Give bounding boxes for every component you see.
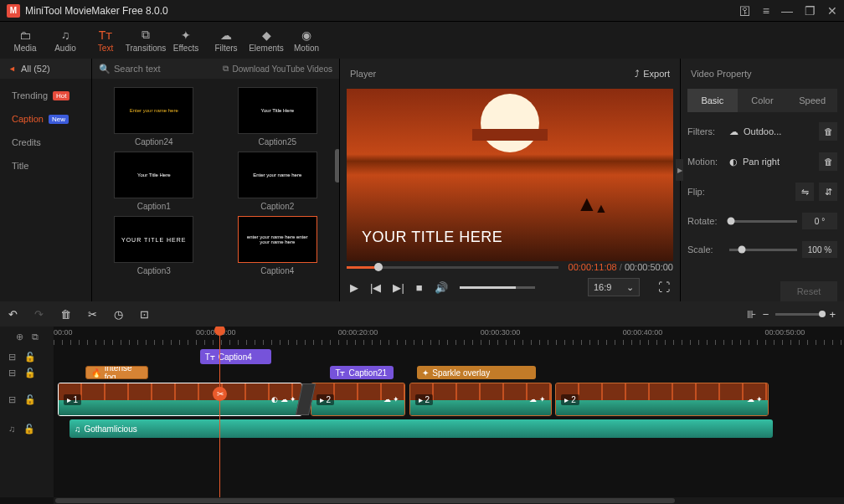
folder-icon: 🗀: [19, 28, 31, 42]
clip-intense-fog[interactable]: 🔥Intense fog: [85, 366, 149, 379]
tab-media[interactable]: 🗀Media: [5, 22, 45, 59]
scale-label: Scale:: [687, 244, 724, 255]
minimize-button[interactable]: —: [781, 4, 793, 18]
app-logo: M: [7, 4, 20, 18]
export-button[interactable]: ⤴Export: [635, 69, 670, 79]
filters-label: Filters:: [687, 126, 724, 136]
next-frame-button[interactable]: ▶|: [393, 281, 404, 294]
zoom-in-button[interactable]: +: [829, 308, 836, 321]
timeline: ↶ ↷ 🗑 ✂ ◷ ⊡ ⊪ − + ⊕⧉ ⊟🔓 ⊟🔓 ⊟🔓 ♫🔓 00:00 0…: [0, 301, 844, 504]
download-icon: ⧉: [223, 64, 229, 74]
fullscreen-button[interactable]: ⛶: [658, 280, 670, 294]
category-trending[interactable]: TrendingHot: [0, 84, 91, 107]
flip-vertical-button[interactable]: ⇵: [819, 183, 837, 201]
aspect-ratio-select[interactable]: 16:9⌄: [588, 278, 640, 296]
clip-video-4[interactable]: ▸ 2☁ ✦: [555, 383, 769, 416]
delete-button[interactable]: 🗑: [60, 308, 71, 321]
tab-effects[interactable]: ✦Effects: [166, 22, 206, 59]
motion-delete-button[interactable]: 🗑: [819, 152, 837, 171]
video-icon: ▸: [564, 395, 569, 404]
browser-scrollbar[interactable]: [335, 149, 339, 183]
video-icon: ▸: [419, 395, 423, 404]
track1-lock-icon[interactable]: 🔓: [24, 352, 36, 363]
thumb-caption4[interactable]: enter your name here enter your name her…: [223, 216, 333, 275]
audio-track-lock-icon[interactable]: 🔓: [23, 424, 35, 435]
undo-button[interactable]: ↶: [8, 308, 18, 321]
tab-elements[interactable]: ◆Elements: [246, 22, 286, 59]
category-credits[interactable]: Credits: [0, 131, 91, 154]
thumb-caption2[interactable]: Enter your name hereCaption2: [223, 152, 333, 211]
rotate-label: Rotate:: [687, 216, 724, 226]
tab-audio[interactable]: ♫Audio: [45, 22, 85, 59]
sparkle-icon: ✦: [422, 368, 429, 378]
playback-progress[interactable]: 00:00:11:08 / 00:00:50:00: [347, 261, 673, 273]
preview-canvas[interactable]: YOUR TITLE HERE: [347, 89, 673, 261]
clip-video-1[interactable]: ▸ 1◐ ☁ ✦: [58, 383, 303, 416]
clip-audio-gothamlicious[interactable]: ♫Gothamlicious: [69, 419, 773, 438]
track2-type-icon: ⊟: [8, 368, 16, 378]
props-tab-color[interactable]: Color: [738, 89, 788, 112]
scale-slider[interactable]: [729, 249, 797, 251]
thumb-caption25[interactable]: Your Title HereCaption25: [223, 87, 333, 147]
motion-value[interactable]: ◐Pan right: [729, 157, 814, 167]
stop-button[interactable]: ■: [416, 281, 423, 294]
category-sidebar: All (52) TrendingHot CaptionNew Credits …: [0, 59, 92, 301]
zoom-slider[interactable]: [775, 313, 822, 316]
text-icon: Tᴛ: [335, 368, 345, 378]
tab-filters[interactable]: ☁Filters: [206, 22, 246, 59]
redo-button[interactable]: ↷: [34, 308, 44, 321]
track2-lock-icon[interactable]: 🔓: [24, 368, 36, 378]
thumb-caption24[interactable]: Enter your name hereCaption24: [99, 87, 209, 147]
zoom-out-button[interactable]: −: [763, 308, 769, 321]
props-tab-speed[interactable]: Speed: [787, 89, 837, 112]
tab-transitions[interactable]: ⧉Transitions: [126, 22, 166, 59]
flip-horizontal-button[interactable]: ⇋: [795, 183, 814, 201]
tab-motion[interactable]: ◉Motion: [286, 22, 327, 59]
filters-value[interactable]: ☁Outdoo...: [729, 126, 814, 137]
speed-button[interactable]: ◷: [114, 308, 123, 321]
key-icon[interactable]: ⚿: [739, 4, 751, 18]
clip-video-2[interactable]: ▸ 2☁ ✦: [311, 383, 405, 416]
rotate-value[interactable]: 0 °: [802, 213, 837, 229]
scale-value[interactable]: 100 %: [802, 241, 837, 258]
hamburger-icon[interactable]: ≡: [763, 4, 769, 18]
layer-add-icon[interactable]: ⊕: [16, 332, 23, 342]
maximize-button[interactable]: ❐: [805, 4, 816, 18]
export-icon: ⤴: [635, 69, 640, 79]
timeline-ruler[interactable]: 00:00 00:00:10:00 00:00:20:00 00:00:30:0…: [54, 327, 844, 347]
timeline-fit-icon[interactable]: ⊪: [747, 308, 756, 321]
reset-button[interactable]: Reset: [780, 281, 837, 301]
clip-sparkle-overlay[interactable]: ✦Sparkle overlay: [417, 366, 536, 379]
prev-frame-button[interactable]: |◀: [370, 281, 381, 294]
timeline-scrollbar[interactable]: [54, 497, 844, 504]
clip-caption21[interactable]: TᴛCaption21: [330, 366, 394, 379]
category-caption[interactable]: CaptionNew: [0, 107, 91, 131]
volume-icon[interactable]: 🔊: [435, 281, 448, 294]
rotate-slider[interactable]: [729, 220, 797, 223]
clip-caption4[interactable]: TᴛCaption4: [200, 349, 271, 364]
clip-video-3[interactable]: ▸ 2☁ ✦: [409, 383, 552, 416]
filters-delete-button[interactable]: 🗑: [819, 122, 837, 141]
close-button[interactable]: ✕: [827, 4, 837, 18]
tab-text[interactable]: TᴛText: [85, 22, 126, 59]
motion-label: Motion:: [687, 157, 724, 167]
music-icon: ♫: [75, 424, 81, 434]
category-header[interactable]: All (52): [0, 59, 91, 79]
playhead[interactable]: ✂: [219, 327, 220, 497]
audio-track-icon: ♫: [8, 424, 15, 434]
app-title: MiniTool MovieMaker Free 8.0.0: [25, 5, 739, 17]
crop-button[interactable]: ⊡: [140, 308, 149, 321]
props-tab-basic[interactable]: Basic: [687, 89, 738, 112]
layer-copy-icon[interactable]: ⧉: [32, 332, 39, 342]
thumb-caption3[interactable]: YOUR TITLE HERECaption3: [99, 216, 209, 275]
download-youtube-link[interactable]: ⧉Download YouTube Videos: [223, 64, 332, 74]
thumb-caption1[interactable]: Your Title HereCaption1: [99, 152, 209, 211]
split-button[interactable]: ✂: [88, 308, 97, 321]
search-input[interactable]: 🔍Search text: [99, 64, 161, 75]
category-title[interactable]: Title: [0, 154, 91, 177]
text-icon: Tᴛ: [99, 28, 113, 42]
volume-slider[interactable]: [460, 286, 535, 289]
props-collapse-button[interactable]: ▶: [676, 159, 683, 181]
video-track-lock-icon[interactable]: 🔓: [24, 394, 36, 405]
play-button[interactable]: ▶: [350, 281, 358, 294]
